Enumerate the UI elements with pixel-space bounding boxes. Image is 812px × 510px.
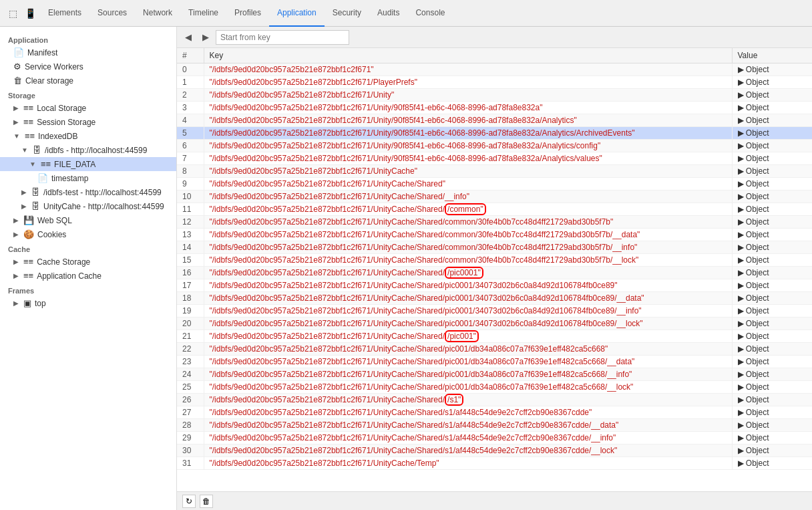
- table-row[interactable]: 3"/idbfs/9ed0d20bc957a25b21e872bbf1c2f67…: [177, 102, 812, 114]
- key-text: "/idbfs/9ed0d20bc957a25b21e872bbf1c2f671…: [210, 217, 614, 227]
- key-text: "/idbfs/9ed0d20bc957a25b21e872bbf1c2f671…: [210, 230, 640, 239]
- table-row[interactable]: 27"/idbfs/9ed0d20bc957a25b21e872bbf1c2f6…: [177, 406, 812, 419]
- inspect-icon[interactable]: ⬚: [5, 6, 20, 21]
- tab-profiles[interactable]: Profiles: [226, 0, 269, 27]
- table-row[interactable]: 18"/idbfs/9ed0d20bc957a25b21e872bbf1c2f6…: [177, 292, 812, 305]
- back-button[interactable]: ◀: [181, 30, 196, 45]
- device-icon[interactable]: 📱: [23, 6, 37, 21]
- expand-arrow: ▶: [13, 104, 19, 112]
- cell-value: ▶ Object: [732, 292, 812, 305]
- cell-value: ▶ Object: [732, 432, 812, 444]
- service-workers-icon: ⚙: [13, 61, 21, 72]
- sidebar-item-top-frame[interactable]: ▶ ▣ top: [0, 296, 176, 310]
- table-row[interactable]: 2"/idbfs/9ed0d20bc957a25b21e872bbf1c2f67…: [177, 89, 812, 102]
- table-row[interactable]: 10"/idbfs/9ed0d20bc957a25b21e872bbf1c2f6…: [177, 190, 812, 203]
- table-row[interactable]: 25"/idbfs/9ed0d20bc957a25b21e872bbf1c2f6…: [177, 381, 812, 394]
- table-row[interactable]: 5"/idbfs/9ed0d20bc957a25b21e872bbf1c2f67…: [177, 127, 812, 140]
- refresh-button[interactable]: ↻: [182, 495, 196, 508]
- table-row[interactable]: 6"/idbfs/9ed0d20bc957a25b21e872bbf1c2f67…: [177, 140, 812, 152]
- cell-key: "/idbfs/9ed0d20bc957a25b21e872bbf1c2f671…: [204, 102, 732, 114]
- table-row[interactable]: 26"/idbfs/9ed0d20bc957a25b21e872bbf1c2f6…: [177, 394, 812, 406]
- table-row[interactable]: 24"/idbfs/9ed0d20bc957a25b21e872bbf1c2f6…: [177, 368, 812, 381]
- sidebar-item-unitycache[interactable]: ▶ 🗄 UnityCahe - http://localhost:44599: [0, 199, 176, 213]
- sidebar-item-cache-storage[interactable]: ▶ ≡≡ Cache Storage: [0, 255, 176, 269]
- key-text-before: "/idbfs/9ed0d20bc957a25b21e872bbf1c2f671…: [210, 332, 445, 341]
- clear-storage-icon: 🗑: [13, 76, 22, 86]
- sidebar-item-app-cache[interactable]: ▶ ≡≡ Application Cache: [0, 269, 176, 283]
- expand-arrow: ▶: [13, 258, 19, 265]
- table-row[interactable]: 15"/idbfs/9ed0d20bc957a25b21e872bbf1c2f6…: [177, 254, 812, 267]
- tab-audits[interactable]: Audits: [369, 0, 407, 27]
- expand-arrow: ▶: [13, 118, 19, 126]
- cell-value: ▶ Object: [732, 381, 812, 394]
- cell-key: "/idbfs/9ed0d20bc957a25b21e872bbf1c2f671…: [204, 152, 732, 165]
- table-row[interactable]: 17"/idbfs/9ed0d20bc957a25b21e872bbf1c2f6…: [177, 279, 812, 292]
- delete-button[interactable]: 🗑: [200, 495, 213, 508]
- table-row[interactable]: 22"/idbfs/9ed0d20bc957a25b21e872bbf1c2f6…: [177, 343, 812, 356]
- table-row[interactable]: 0"/idbfs/9ed0d20bc957a25b21e872bbf1c2f67…: [177, 63, 812, 76]
- sidebar-item-idbfs-test[interactable]: ▶ 🗄 /idbfs-test - http://localhost:44599: [0, 185, 176, 199]
- cell-value: ▶ Object: [732, 267, 812, 279]
- sidebar-item-timestamp[interactable]: 📄 timestamp: [0, 171, 176, 185]
- tab-security[interactable]: Security: [325, 0, 369, 27]
- table-row[interactable]: 13"/idbfs/9ed0d20bc957a25b21e872bbf1c2f6…: [177, 229, 812, 241]
- cell-value: ▶ Object: [732, 165, 812, 178]
- table-row[interactable]: 28"/idbfs/9ed0d20bc957a25b21e872bbf1c2f6…: [177, 419, 812, 432]
- table-row[interactable]: 30"/idbfs/9ed0d20bc957a25b21e872bbf1c2f6…: [177, 444, 812, 457]
- section-label-frames: Frames: [0, 283, 176, 296]
- sidebar-item-service-workers[interactable]: ⚙ Service Workers: [0, 59, 176, 74]
- cell-key: "/idbfs/9ed0d20bc957a25b21e872bbf1c2f671…: [204, 216, 732, 229]
- table-row[interactable]: 16"/idbfs/9ed0d20bc957a25b21e872bbf1c2f6…: [177, 267, 812, 279]
- sidebar-item-indexeddb[interactable]: ▼ ≡≡ IndexedDB: [0, 129, 176, 143]
- key-text: "/idbfs/9ed0d20bc957a25b21e872bbf1c2f671…: [210, 78, 417, 87]
- cell-key: "/idbfs/9ed0d20bc957a25b21e872bbf1c2f671…: [204, 241, 732, 254]
- table-row[interactable]: 19"/idbfs/9ed0d20bc957a25b21e872bbf1c2f6…: [177, 305, 812, 317]
- table-row[interactable]: 21"/idbfs/9ed0d20bc957a25b21e872bbf1c2f6…: [177, 330, 812, 343]
- table-row[interactable]: 14"/idbfs/9ed0d20bc957a25b21e872bbf1c2f6…: [177, 241, 812, 254]
- table-row[interactable]: 9"/idbfs/9ed0d20bc957a25b21e872bbf1c2f67…: [177, 178, 812, 190]
- expand-arrow: ▶: [13, 217, 19, 224]
- sidebar-item-session-storage[interactable]: ▶ ≡≡ Session Storage: [0, 115, 176, 129]
- table-row[interactable]: 7"/idbfs/9ed0d20bc957a25b21e872bbf1c2f67…: [177, 152, 812, 165]
- cell-value: ▶ Object: [732, 279, 812, 292]
- table-row[interactable]: 12"/idbfs/9ed0d20bc957a25b21e872bbf1c2f6…: [177, 216, 812, 229]
- sidebar-item-web-sql[interactable]: ▶ 💾 Web SQL: [0, 213, 176, 227]
- sidebar-item-label: IndexedDB: [38, 132, 77, 141]
- db-icon: 🗄: [31, 187, 40, 197]
- table-row[interactable]: 20"/idbfs/9ed0d20bc957a25b21e872bbf1c2f6…: [177, 317, 812, 330]
- sidebar-item-idbfs[interactable]: ▼ 🗄 /idbfs - http://localhost:44599: [0, 143, 176, 157]
- tab-network[interactable]: Network: [135, 0, 180, 27]
- forward-button[interactable]: ▶: [198, 30, 213, 45]
- cell-num: 7: [177, 152, 204, 165]
- tab-console[interactable]: Console: [407, 0, 453, 27]
- cell-num: 14: [177, 241, 204, 254]
- sidebar-item-local-storage[interactable]: ▶ ≡≡ Local Storage: [0, 101, 176, 115]
- sidebar-item-label: top: [35, 299, 46, 308]
- cell-num: 29: [177, 432, 204, 444]
- cell-num: 18: [177, 292, 204, 305]
- table-body: 0"/idbfs/9ed0d20bc957a25b21e872bbf1c2f67…: [177, 63, 812, 470]
- cell-value: ▶ Object: [732, 152, 812, 165]
- table-row[interactable]: 31"/idbfs/9ed0d20bc957a25b21e872bbf1c2f6…: [177, 457, 812, 470]
- cell-num: 2: [177, 89, 204, 102]
- cell-num: 16: [177, 267, 204, 279]
- table-row[interactable]: 29"/idbfs/9ed0d20bc957a25b21e872bbf1c2f6…: [177, 432, 812, 444]
- tab-application[interactable]: Application: [269, 0, 325, 27]
- table-row[interactable]: 4"/idbfs/9ed0d20bc957a25b21e872bbf1c2f67…: [177, 114, 812, 127]
- table-row[interactable]: 8"/idbfs/9ed0d20bc957a25b21e872bbf1c2f67…: [177, 165, 812, 178]
- table-row[interactable]: 1"/idbfs/9ed0d20bc957a25b21e872bbf1c2f67…: [177, 76, 812, 89]
- sidebar-item-cookies[interactable]: ▶ 🍪 Cookies: [0, 227, 176, 241]
- table-row[interactable]: 11"/idbfs/9ed0d20bc957a25b21e872bbf1c2f6…: [177, 203, 812, 216]
- sidebar-item-clear-storage[interactable]: 🗑 Clear storage: [0, 74, 176, 88]
- key-text-before: "/idbfs/9ed0d20bc957a25b21e872bbf1c2f671…: [210, 268, 445, 277]
- key-text: "/idbfs/9ed0d20bc957a25b21e872bbf1c2f671…: [210, 420, 619, 430]
- sidebar-item-file-data[interactable]: ▼ ≡≡ FILE_DATA: [0, 157, 176, 171]
- cell-key: "/idbfs/9ed0d20bc957a25b21e872bbf1c2f671…: [204, 165, 732, 178]
- table-row[interactable]: 23"/idbfs/9ed0d20bc957a25b21e872bbf1c2f6…: [177, 356, 812, 368]
- key-search-input[interactable]: [216, 30, 349, 45]
- sidebar-item-manifest[interactable]: 📄 Manifest: [0, 45, 176, 59]
- cell-value: ▶ Object: [732, 305, 812, 317]
- tab-elements[interactable]: Elements: [40, 0, 89, 27]
- tab-timeline[interactable]: Timeline: [180, 0, 226, 27]
- tab-sources[interactable]: Sources: [89, 0, 135, 27]
